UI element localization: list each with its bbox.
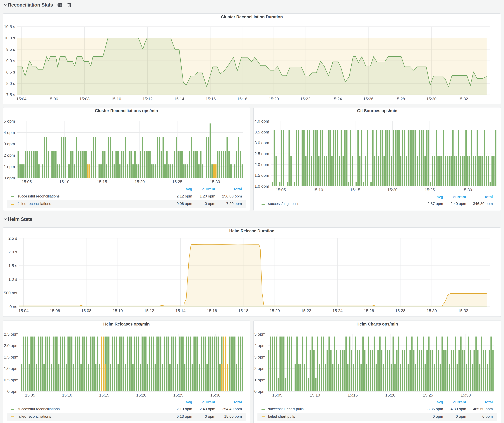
svg-text:15:30: 15:30 [210,393,221,397]
svg-text:2 opm: 2 opm [254,366,265,371]
svg-text:5 opm: 5 opm [254,332,265,337]
svg-text:1.0 opm: 1.0 opm [4,366,18,371]
svg-text:15:06: 15:06 [48,97,58,101]
svg-text:15:12: 15:12 [143,97,153,101]
svg-text:15:26: 15:26 [363,97,373,101]
svg-text:0 opm: 0 opm [7,389,18,394]
svg-text:15:05: 15:05 [276,188,286,192]
svg-text:15:14: 15:14 [175,308,186,313]
svg-text:15:15: 15:15 [99,393,109,397]
svg-text:1 opm: 1 opm [254,378,265,382]
svg-text:5 opm: 5 opm [4,119,15,123]
svg-text:15:15: 15:15 [97,179,107,184]
svg-text:0.5 opm: 0.5 opm [4,378,18,382]
svg-text:3 opm: 3 opm [254,355,265,359]
svg-text:15:22: 15:22 [301,308,311,313]
svg-text:15:32: 15:32 [458,97,468,101]
svg-text:3.0 opm: 3.0 opm [254,141,269,145]
svg-text:8.0 s: 8.0 s [6,81,15,86]
svg-text:10.0 s: 10.0 s [4,36,15,40]
svg-text:1.5 s: 1.5 s [8,263,17,268]
svg-text:15:25: 15:25 [173,393,183,397]
svg-text:1.5 opm: 1.5 opm [4,355,18,359]
svg-text:15:12: 15:12 [144,308,154,313]
svg-text:500 ms: 500 ms [4,291,17,295]
svg-text:15:20: 15:20 [134,179,145,184]
svg-text:15:25: 15:25 [423,393,433,397]
svg-text:4 opm: 4 opm [254,343,265,348]
svg-text:15:10: 15:10 [111,97,121,101]
svg-text:15:10: 15:10 [59,179,69,184]
svg-text:4.0 opm: 4.0 opm [254,119,269,123]
svg-text:15:10: 15:10 [313,188,323,192]
svg-text:15:30: 15:30 [426,97,437,101]
svg-text:15:30: 15:30 [462,188,472,192]
svg-text:2 opm: 2 opm [4,153,15,158]
svg-text:15:15: 15:15 [350,188,360,192]
svg-text:15:25: 15:25 [425,188,435,192]
svg-text:15:05: 15:05 [272,393,282,397]
svg-text:15:28: 15:28 [395,97,405,101]
svg-text:15:32: 15:32 [458,308,468,313]
svg-text:4 opm: 4 opm [4,130,15,135]
svg-text:1.5 opm: 1.5 opm [254,173,269,178]
svg-text:8.5 s: 8.5 s [6,70,15,74]
svg-text:15:30: 15:30 [461,393,471,397]
svg-text:7.5 s: 7.5 s [6,92,15,97]
svg-text:1.0 opm: 1.0 opm [254,184,269,189]
svg-text:15:20: 15:20 [387,188,397,192]
svg-text:15:20: 15:20 [269,97,279,101]
svg-text:15:25: 15:25 [172,179,182,184]
svg-text:1.0 s: 1.0 s [8,277,17,282]
svg-text:15:14: 15:14 [174,97,184,101]
svg-text:15:05: 15:05 [22,179,32,184]
svg-text:15:15: 15:15 [348,393,358,397]
svg-text:15:30: 15:30 [427,308,437,313]
svg-text:15:20: 15:20 [136,393,146,397]
svg-text:15:18: 15:18 [238,308,248,313]
svg-text:15:20: 15:20 [385,393,395,397]
svg-text:2.5 opm: 2.5 opm [254,151,269,156]
svg-text:15:16: 15:16 [205,97,216,101]
svg-text:15:30: 15:30 [210,179,220,184]
svg-text:10.5 s: 10.5 s [4,24,15,29]
svg-text:15:06: 15:06 [50,308,60,313]
svg-text:15:26: 15:26 [364,308,374,313]
svg-text:15:08: 15:08 [81,308,91,313]
svg-text:15:05: 15:05 [25,393,35,397]
svg-text:9.0 s: 9.0 s [6,59,15,63]
svg-text:15:10: 15:10 [310,393,320,397]
svg-text:15:04: 15:04 [18,308,29,313]
svg-text:15:22: 15:22 [300,97,310,101]
svg-text:15:20: 15:20 [270,308,280,313]
svg-text:15:24: 15:24 [332,308,342,313]
svg-text:0 ns: 0 ns [10,304,17,309]
svg-text:15:28: 15:28 [395,308,405,313]
svg-text:15:10: 15:10 [113,308,123,313]
svg-text:3.5 opm: 3.5 opm [254,130,269,135]
svg-text:15:24: 15:24 [332,97,342,101]
svg-text:2.5 s: 2.5 s [8,236,17,241]
svg-text:3 opm: 3 opm [4,141,15,146]
svg-text:2.0 opm: 2.0 opm [254,162,269,167]
svg-text:15:16: 15:16 [207,308,217,313]
svg-text:0 opm: 0 opm [254,389,265,394]
svg-text:2.0 s: 2.0 s [8,250,17,254]
svg-text:0 opm: 0 opm [4,176,15,180]
svg-text:15:18: 15:18 [237,97,247,101]
svg-text:1 opm: 1 opm [4,164,15,169]
svg-text:9.5 s: 9.5 s [6,47,15,52]
svg-text:15:04: 15:04 [16,97,26,101]
svg-text:2.0 opm: 2.0 opm [4,343,18,348]
svg-text:15:10: 15:10 [62,393,72,397]
svg-text:2.5 opm: 2.5 opm [4,332,18,337]
svg-text:15:08: 15:08 [79,97,90,101]
